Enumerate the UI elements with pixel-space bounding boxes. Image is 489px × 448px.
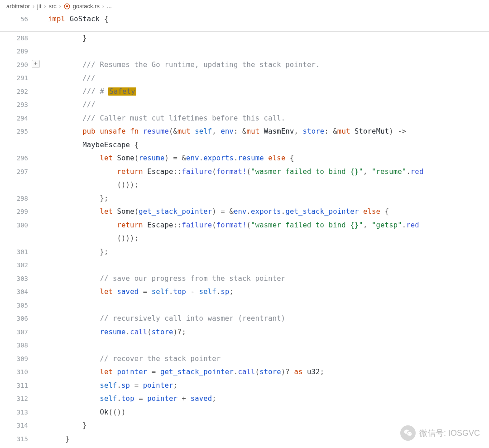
code-content: // recover the stack pointer — [47, 352, 489, 366]
code-content: /// — [47, 72, 489, 85]
code-content: /// # Safety — [47, 85, 489, 99]
code-content: // recursively call into wasmer (reentra… — [47, 312, 489, 326]
line-number: 305 — [0, 299, 33, 313]
code-line[interactable]: 302 — [0, 259, 489, 272]
chevron-right-icon: › — [44, 3, 46, 10]
breadcrumb-symbol[interactable]: ... — [107, 3, 112, 10]
code-line[interactable]: 311 self.sp = pointer; — [0, 379, 489, 393]
code-line[interactable]: 304 let saved = self.top - self.sp; — [0, 285, 489, 299]
code-line[interactable]: 289 — [0, 45, 489, 58]
code-line[interactable]: 300 return Escape::failure(format!("wasm… — [0, 219, 489, 232]
code-line[interactable]: 291 /// — [0, 72, 489, 85]
line-number: 306 — [0, 312, 33, 326]
code-line[interactable]: 305 — [0, 299, 489, 313]
line-number: 311 — [0, 379, 33, 393]
code-line[interactable]: 295 pub unsafe fn resume(&mut self, env:… — [0, 125, 489, 139]
code-content: /// Caller must cut lifetimes before thi… — [47, 112, 489, 125]
line-number: 289 — [0, 45, 33, 58]
watermark: 微信号: IOSGVC — [400, 425, 480, 441]
line-number: 313 — [0, 406, 33, 419]
code-line[interactable]: ())); — [0, 178, 489, 192]
editor-root: arbitrator › jit › src › gostack.rs › ..… — [0, 0, 489, 448]
code-content: return Escape::failure(format!("wasmer f… — [47, 165, 489, 179]
breadcrumb: arbitrator › jit › src › gostack.rs › ..… — [0, 0, 489, 12]
code-line[interactable]: ())); — [0, 232, 489, 246]
code-line[interactable]: 298 }; — [0, 192, 489, 206]
line-number: 309 — [0, 352, 33, 366]
watermark-text: 微信号: IOSGVC — [419, 428, 480, 438]
line-number: 291 — [0, 72, 33, 85]
code-content: /// — [47, 98, 489, 112]
line-number: 308 — [0, 339, 33, 352]
code-line[interactable]: 308 — [0, 339, 489, 352]
code-line[interactable]: 294 /// Caller must cut lifetimes before… — [0, 112, 489, 125]
code-content: ())); — [47, 178, 489, 192]
code-line[interactable]: 301 }; — [0, 246, 489, 259]
code-line[interactable]: 307 resume.call(store)?; — [0, 326, 489, 339]
code-content: let saved = self.top - self.sp; — [47, 285, 489, 299]
code-line[interactable]: 290+ /// Resumes the Go runtime, updatin… — [0, 58, 489, 72]
line-number: 302 — [0, 259, 33, 272]
code-content: self.sp = pointer; — [47, 379, 489, 393]
line-number: 307 — [0, 326, 33, 339]
code-content: self.top = pointer + saved; — [47, 392, 489, 406]
breadcrumb-file[interactable]: gostack.rs — [73, 3, 100, 10]
line-number: 296 — [0, 152, 33, 165]
line-number: 294 — [0, 112, 33, 125]
chevron-right-icon: › — [102, 3, 104, 10]
breadcrumb-item[interactable]: arbitrator — [6, 3, 30, 10]
code-line[interactable]: 292 /// # Safety — [0, 85, 489, 99]
code-content: /// Resumes the Go runtime, updating the… — [47, 58, 489, 72]
line-number: 56 — [0, 13, 33, 26]
code-line[interactable]: 313 Ok(()) — [0, 406, 489, 419]
search-highlight: Safety — [108, 87, 136, 96]
line-number: 314 — [0, 419, 33, 433]
code-content: }; — [47, 246, 489, 259]
code-line[interactable]: 309 // recover the stack pointer — [0, 352, 489, 366]
line-number: 293 — [0, 98, 33, 112]
wechat-icon — [400, 425, 416, 441]
svg-point-1 — [66, 5, 68, 7]
code-content: } — [47, 32, 489, 45]
line-number: 315 — [0, 433, 33, 446]
code-content: }; — [47, 192, 489, 206]
code-line[interactable]: MaybeEscape { — [0, 139, 489, 152]
line-number: 300 — [0, 219, 33, 232]
code-content: return Escape::failure(format!("wasmer f… — [47, 219, 489, 232]
breadcrumb-item[interactable]: jit — [37, 3, 41, 10]
line-number: 303 — [0, 272, 33, 286]
line-number: 310 — [0, 366, 33, 379]
line-number: 304 — [0, 285, 33, 299]
line-number: 298 — [0, 192, 33, 206]
code-content: pub unsafe fn resume(&mut self, env: &mu… — [47, 125, 489, 139]
code-content: resume.call(store)?; — [47, 326, 489, 339]
line-number: 295 — [0, 125, 33, 139]
chevron-right-icon: › — [33, 3, 34, 10]
code-line[interactable]: 296 let Some(resume) = &env.exports.resu… — [0, 152, 489, 165]
code-line[interactable]: 297 return Escape::failure(format!("wasm… — [0, 165, 489, 179]
rust-file-icon — [64, 3, 70, 10]
code-line[interactable]: 310 let pointer = get_stack_pointer.call… — [0, 366, 489, 379]
code-line[interactable]: 299 let Some(get_stack_pointer) = &env.e… — [0, 205, 489, 219]
line-number: 312 — [0, 392, 33, 406]
code-content: // save our progress from the stack poin… — [47, 272, 489, 286]
chevron-right-icon: › — [59, 3, 61, 10]
line-number: 292 — [0, 85, 33, 99]
expand-plus-icon[interactable]: + — [32, 60, 40, 68]
code-line[interactable]: 288 } — [0, 32, 489, 45]
code-content: let pointer = get_stack_pointer.call(sto… — [47, 366, 489, 379]
code-line[interactable]: 312 self.top = pointer + saved; — [0, 392, 489, 406]
code-line[interactable]: 306 // recursively call into wasmer (ree… — [0, 312, 489, 326]
breadcrumb-item[interactable]: src — [48, 3, 56, 10]
code-content: Ok(()) — [47, 406, 489, 419]
code-editor[interactable]: 288 }289290+ /// Resumes the Go runtime,… — [0, 32, 489, 446]
line-number: 299 — [0, 205, 33, 219]
line-number: 297 — [0, 165, 33, 179]
sticky-scroll-header[interactable]: 56 impl GoStack { — [0, 12, 489, 27]
line-number: 301 — [0, 246, 33, 259]
code-content: ())); — [47, 232, 489, 246]
code-content: let Some(get_stack_pointer) = &env.expor… — [47, 205, 489, 219]
code-line[interactable]: 303 // save our progress from the stack … — [0, 272, 489, 286]
code-line[interactable]: 293 /// — [0, 98, 489, 112]
line-number: 290+ — [0, 58, 33, 72]
